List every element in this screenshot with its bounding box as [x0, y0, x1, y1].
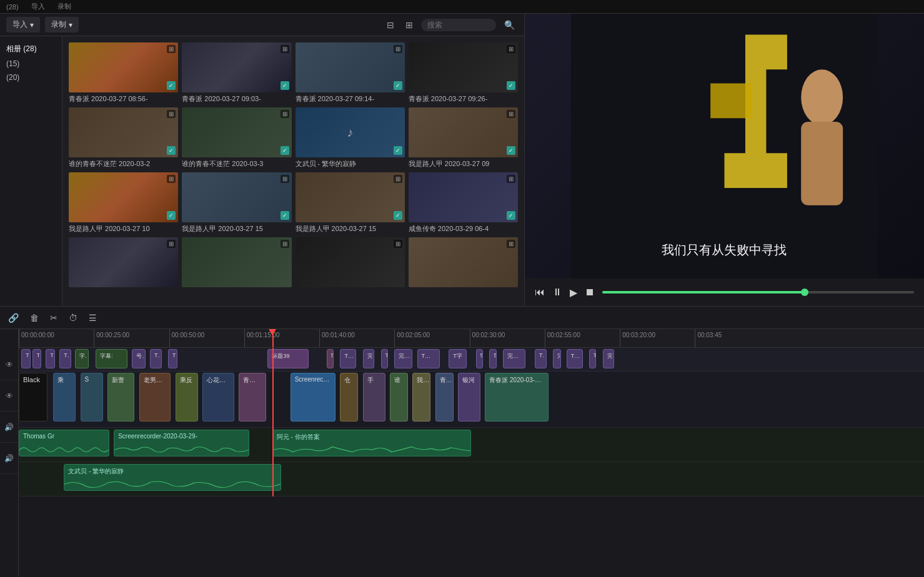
prev-frame-button[interactable]: ⏮	[535, 287, 545, 298]
playhead-triangle	[269, 329, 276, 335]
media-thumbnail: ⊞ ✓	[296, 172, 405, 222]
text-clip-t3[interactable]: T:	[168, 349, 177, 368]
video-clip-shou[interactable]: 手	[363, 373, 385, 422]
text-clip-t4[interactable]: T	[381, 349, 389, 368]
media-item[interactable]: ⊞ ✓ 谁的青春不迷茫 2020-03-3	[182, 107, 291, 169]
record-button[interactable]: 录制 ▾	[45, 17, 79, 32]
folder-tree: 相册 (28) (15) (20)	[0, 36, 62, 306]
audio-clip-ayuan[interactable]: 阿元 - 你的答案	[272, 430, 472, 456]
text-clip-5c[interactable]: 5	[489, 349, 497, 368]
video-clip-shei[interactable]: 谁	[390, 373, 408, 422]
media-item[interactable]: ⊞ ✓ 我是路人甲 2020-03-27 15	[296, 172, 405, 234]
media-item[interactable]: ⊞ ✓ 谁的青春不迷茫 2020-03-2	[69, 107, 178, 169]
media-item[interactable]: ⊞ ✓ 咸鱼传奇 2020-03-29 06-4	[409, 172, 518, 234]
delete-tool-button[interactable]: 🗑	[28, 311, 41, 325]
align-tool-button[interactable]: ☰	[87, 311, 99, 325]
text-clip-zi[interactable]: 字	[75, 349, 89, 368]
folder-item-1[interactable]: (15)	[0, 57, 62, 71]
media-item[interactable]: ♪ ✓ 文武贝 - 繁华的寂静	[296, 107, 405, 169]
link-tool-button[interactable]: 🔗	[6, 311, 21, 325]
tracks-scroll[interactable]: 00:00:00:00 00:00:25:00 00:00:50:00 00:0…	[19, 329, 924, 577]
text-track: T T T T 字 字幕: 号	[19, 348, 924, 372]
text-clip-5b[interactable]: 5	[476, 349, 484, 368]
media-item[interactable]: ⊞ ✓ 青春派 2020-03-27 09:14-	[296, 42, 405, 104]
video-thumb-icon: ⊞	[394, 240, 402, 248]
text-clip-title39[interactable]: 标题39	[267, 349, 308, 368]
audio-clip-screenrec[interactable]: Screenrecorder-2020-03-29-	[114, 430, 249, 456]
scissors-tool-button[interactable]: ✂	[48, 311, 59, 325]
video-clip-black[interactable]: Black	[19, 373, 47, 422]
text-clip[interactable]: T	[21, 349, 30, 368]
media-item[interactable]: ⊞	[296, 237, 405, 289]
top-bar-count: (28)	[6, 3, 19, 11]
video-clip-cang[interactable]: 仓	[340, 373, 358, 422]
video-clip-xinhua[interactable]: 心花路放	[202, 373, 234, 422]
playhead[interactable]	[272, 329, 274, 347]
clock-tool-button[interactable]: ⏱	[67, 311, 79, 325]
text-clip-wan3[interactable]: 完	[603, 349, 615, 368]
text-clip-5a[interactable]: 5	[327, 349, 334, 368]
text-clip-twanmei[interactable]: T完美字	[417, 349, 440, 368]
video-clip-qingchun3[interactable]: 青春派 2020-03-27 09:26-2	[485, 373, 548, 422]
media-item[interactable]: ⊞	[69, 237, 178, 289]
media-item[interactable]: ⊞ ✓ 青春派 2020-03-27 09:03-	[182, 42, 291, 104]
text-clip[interactable]: T	[46, 349, 54, 368]
audio-track-2: 文武贝 - 繁华的寂静	[19, 462, 924, 496]
video-clip-yinhe[interactable]: 银河	[458, 373, 480, 422]
folder-item-2[interactable]: (20)	[0, 71, 62, 84]
text-clip-t2[interactable]: T	[150, 349, 162, 368]
video-thumb-icon: ⊞	[507, 110, 515, 118]
media-item[interactable]: ⊞ ✓ 青春派 2020-03-27 08:56-	[69, 42, 178, 104]
progress-bar[interactable]	[602, 291, 914, 293]
text-clip-wan2[interactable]: 完	[553, 349, 561, 368]
video-clip-qingchun[interactable]: 青春派	[239, 373, 266, 422]
search-input[interactable]	[421, 19, 496, 31]
text-clip-twan2[interactable]: T完	[567, 349, 583, 368]
video-clip-s[interactable]: S	[81, 373, 103, 422]
media-thumbnail: ⊞	[296, 237, 405, 287]
import-button[interactable]: 导入 ▾	[6, 17, 40, 32]
folder-item-all[interactable]: 相册 (28)	[0, 41, 62, 57]
video-clip-screenrec[interactable]: Screenrecorder-20	[291, 373, 335, 422]
filter-icon-button[interactable]: ⊟	[384, 19, 397, 31]
grid-icon-button[interactable]: ⊞	[402, 19, 416, 31]
text-clip-hao[interactable]: 号	[132, 349, 146, 368]
media-item[interactable]: ⊞ ✓ 我是路人甲 2020-03-27 15	[182, 172, 291, 234]
text-clip-tzi[interactable]: T字	[449, 349, 467, 368]
video-clip-xinlei[interactable]: 新蕾	[107, 373, 134, 422]
video-clip-qingchun2[interactable]: 青春	[435, 373, 454, 422]
media-item[interactable]: ⊞	[409, 237, 518, 289]
audio-clip-wenwubei[interactable]: 文武贝 - 繁华的寂静	[64, 464, 281, 491]
text-clip-wanmeizm[interactable]: 完美字幕	[503, 349, 525, 368]
media-item[interactable]: ⊞	[182, 237, 291, 289]
search-button[interactable]: 🔍	[501, 19, 518, 31]
text-clip-wanmei[interactable]: 完美字	[394, 349, 412, 368]
media-label: 咸鱼传奇 2020-03-29 06-4	[409, 224, 518, 234]
text-clip-t6[interactable]: T	[589, 349, 597, 368]
video-clip-laonanha[interactable]: 老男孩狂龙	[139, 373, 171, 422]
media-item[interactable]: ⊞ ✓ 我是路人甲 2020-03-27 09	[409, 107, 518, 169]
audio-clip-thomas[interactable]: Thomas Gr	[19, 430, 109, 456]
media-item[interactable]: ⊞ ✓ 我是路人甲 2020-03-27 10	[69, 172, 178, 234]
left-panel: 导入 ▾ 录制 ▾ ⊟ ⊞ 🔍 相册 (28) (15) (	[0, 14, 525, 306]
video-clip-woshi[interactable]: 我是	[412, 373, 430, 422]
video-clip-cheng[interactable]: 乘	[53, 373, 76, 422]
video-thumb-icon: ⊞	[281, 175, 289, 183]
media-label: 青春派 2020-03-27 09:14-	[296, 94, 405, 104]
progress-knob[interactable]	[801, 288, 808, 296]
media-item[interactable]: ⊞ ✓ 青春派 2020-03-27 09:26-	[409, 42, 518, 104]
video-clip-chengfan[interactable]: 乘反	[176, 373, 198, 422]
stop-button[interactable]: ⏹	[585, 287, 595, 298]
ruler-mark: 00:00:00:00	[19, 329, 94, 347]
import-label: 导入	[12, 19, 27, 30]
text-clip-t5[interactable]: T	[535, 349, 547, 368]
text-clip[interactable]: T	[59, 349, 71, 368]
play-button[interactable]: ▶	[570, 287, 577, 298]
text-clip-twan[interactable]: T完	[340, 349, 356, 368]
text-clip[interactable]: T	[32, 349, 41, 368]
video-thumb-icon: ⊞	[167, 175, 176, 183]
video-thumb-icon: ⊞	[394, 45, 402, 53]
text-clip-zimu[interactable]: 字幕:	[96, 349, 127, 368]
text-clip-wan[interactable]: 完	[363, 349, 375, 368]
step-back-button[interactable]: ⏸	[552, 287, 562, 298]
